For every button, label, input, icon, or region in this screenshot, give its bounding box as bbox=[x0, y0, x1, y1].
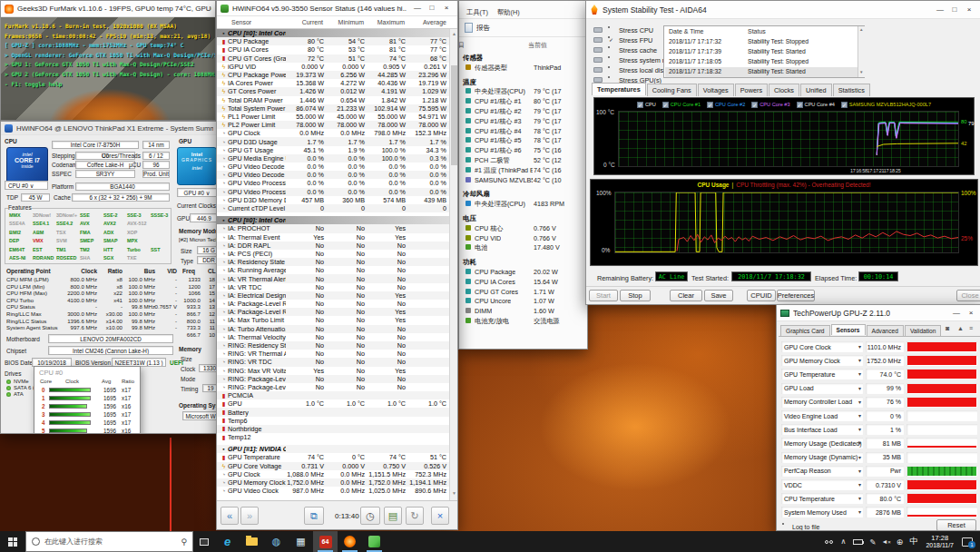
reset-button[interactable]: Reset bbox=[936, 519, 976, 531]
panel-item-name[interactable]: CPU #1/核心 #4 bbox=[475, 127, 522, 136]
stress-checkbox[interactable] bbox=[608, 56, 610, 58]
hwinfo-summary-titlebar[interactable]: HWiNFO64 @ LENOVO ThinkPad X1 Extreme - … bbox=[1, 122, 217, 135]
cpuid-button[interactable]: CPUID bbox=[747, 290, 776, 301]
sensor-row[interactable]: ◔RING: VR TDCNoNoNo bbox=[217, 358, 449, 366]
gpuz-titlebar[interactable]: TechPowerUp GPU-Z 2.11.0 — × bbox=[777, 305, 980, 321]
sensor-row[interactable]: ▮Northbridge bbox=[217, 425, 449, 433]
sensor-row[interactable]: ◔GPU Media Engine Us0.0 %0.0 %100.0 %0.3… bbox=[217, 154, 449, 163]
sensor-row[interactable]: ◔GPU D3D Usage1.7 %1.7 %1.7 %1.7 % bbox=[217, 137, 449, 145]
sensor-row[interactable]: ϟTotal System Power86.074 W21.233 W102.9… bbox=[217, 104, 449, 113]
sensor-row[interactable]: ◔GPU GT Usage45.1 %1.9 %100.0 %34.3 % bbox=[217, 146, 449, 154]
sensor-row[interactable]: ◔IA: Turbo Attenuatio...NoNoNo bbox=[217, 325, 449, 333]
sensor-row[interactable]: ▮Temp12 bbox=[217, 433, 449, 441]
legend-checkbox[interactable]: ✓ bbox=[797, 102, 803, 108]
panel-item-name[interactable]: CPU IA Cores bbox=[475, 278, 515, 286]
refresh-icon[interactable]: ↻ bbox=[406, 507, 424, 525]
log-header-date[interactable]: Date & Time bbox=[669, 28, 704, 34]
sensor-row[interactable]: ◔GPU Video Processin...0.0 %0.0 %0.0 %0.… bbox=[217, 179, 449, 187]
panel-item-name[interactable]: CPU 核心 bbox=[475, 224, 504, 233]
sensor-label-select[interactable]: Video Engine Load▾ bbox=[781, 410, 863, 421]
sensor-row[interactable]: ◔IA: Thermal EventYesNoYes bbox=[217, 233, 449, 242]
sensor-row[interactable]: ◔GPU Memory Clock1,752.0 MHz0.0 MHz1,752… bbox=[217, 478, 449, 487]
remote-monitoring-icon[interactable]: ⧉ bbox=[304, 507, 324, 525]
legend-checkbox[interactable]: ✓ bbox=[707, 102, 713, 108]
sensor-row[interactable]: ϟIA Cores Power15.368 W4.272 W40.436 W19… bbox=[217, 79, 449, 87]
sensor-row[interactable]: ◔GPU Clock1,088.0 MHz0.0 MHz1,151.5 MHz7… bbox=[217, 470, 449, 478]
search-box[interactable]: 在此键入进行搜索⚲ bbox=[25, 531, 193, 552]
sensor-scrollbar[interactable]: ▲▼ bbox=[449, 29, 458, 500]
log-row[interactable]: 2018/11/7 17:18:05Stability Test: Stoppe… bbox=[665, 57, 858, 67]
sensor-row[interactable]: ◔IA: Running Average ...NoNoNo bbox=[217, 266, 449, 274]
panel-item-name[interactable]: CPU VID bbox=[475, 234, 501, 242]
sensor-row[interactable]: ◔IA: Max Turbo LimitNoNoYes bbox=[217, 316, 449, 324]
panel-item-name[interactable]: CPU #1/核心 #1 bbox=[475, 97, 522, 106]
panel-item-name[interactable]: CPU Package bbox=[475, 268, 515, 276]
sensor-row[interactable]: ◔IA: DDR RAPLNoNoNo bbox=[217, 242, 449, 250]
log-row[interactable]: 2018/11/7 17:18:32Stability Test: Starte… bbox=[665, 67, 858, 77]
maximize-icon[interactable]: □ bbox=[947, 4, 962, 16]
column-header-item[interactable]: 项目 bbox=[458, 41, 465, 50]
column-header-sensor[interactable]: Sensor bbox=[231, 19, 251, 25]
taskbar-app-store-app[interactable]: ▦ bbox=[289, 531, 313, 552]
hidden-icons-chevron-icon[interactable]: ∧ bbox=[840, 537, 846, 546]
column-header[interactable]: Minimum bbox=[338, 19, 364, 25]
legend-checkbox[interactable]: ✓ bbox=[751, 102, 758, 108]
sensor-row[interactable]: ▮Temp6 bbox=[217, 417, 449, 425]
stress-checkbox[interactable] bbox=[608, 46, 610, 48]
sensor-row[interactable]: ϟGPU Core Voltage0.731 V0.000 V0.750 V0.… bbox=[217, 462, 449, 470]
sensor-label-select[interactable]: Bus Interface Load▾ bbox=[781, 424, 863, 435]
tab-voltages[interactable]: Voltages bbox=[698, 84, 734, 96]
people-icon[interactable] bbox=[825, 540, 833, 544]
log-to-file-checkbox[interactable] bbox=[782, 523, 784, 525]
cpu-select[interactable]: CPU #0 ∨ bbox=[5, 181, 48, 190]
close-icon[interactable]: × bbox=[962, 4, 976, 16]
column-header[interactable]: Average bbox=[423, 19, 446, 25]
legend-checkbox[interactable]: ✓ bbox=[841, 102, 848, 108]
tab-sensors[interactable]: Sensors bbox=[831, 324, 866, 335]
minimize-icon[interactable]: — bbox=[949, 307, 964, 320]
sensor-row[interactable]: ◔GPU Video Decode 1 ...0.0 %0.0 %0.0 %0.… bbox=[217, 171, 449, 179]
legend-item[interactable]: ✓CPU Core #3 bbox=[751, 100, 789, 109]
sensor-label-select[interactable]: GPU Memory Clock▾ bbox=[781, 355, 863, 366]
sensor-row[interactable]: ◔IA: VR TDCNoNoNo bbox=[217, 283, 449, 291]
sensor-row[interactable]: ϟCPU Package Power19.373 W6.256 W44.285 … bbox=[217, 71, 449, 79]
tab-graphics-card[interactable]: Graphics Card bbox=[780, 325, 830, 336]
tab-unified[interactable]: Unified bbox=[800, 84, 832, 96]
taskbar-clock[interactable]: 17:282018/11/7 bbox=[926, 535, 954, 549]
sensor-label-select[interactable]: GPU Temperature▾ bbox=[781, 369, 863, 380]
dropdown-arrow-icon[interactable]: ▾ bbox=[858, 508, 861, 515]
log-row[interactable]: 2018/11/7 17:17:32Stability Test: Stoppe… bbox=[665, 37, 858, 47]
column-header[interactable]: Maximum bbox=[377, 19, 405, 25]
sensor-row[interactable]: ◔RING: Package-Level ...NoNoNo bbox=[217, 375, 449, 383]
screenshot-icon[interactable]: ◙ bbox=[946, 325, 949, 331]
panel-item-name[interactable]: DIMM bbox=[475, 307, 492, 315]
log-header-status[interactable]: Status bbox=[748, 28, 766, 34]
menu-icon[interactable]: ≡ bbox=[969, 325, 973, 331]
tab-cooling-fans[interactable]: Cooling Fans bbox=[647, 84, 697, 96]
sensor-row[interactable]: ◔IA: Residency State R...NoNoNo bbox=[217, 258, 449, 266]
legend-checkbox[interactable]: ✓ bbox=[662, 102, 669, 108]
battery-icon[interactable] bbox=[853, 539, 863, 545]
panel-item-name[interactable]: 传感器类型 bbox=[475, 64, 507, 73]
sensor-row[interactable]: ϟiGPU VID0.000 V0.000 V0.905 V0.261 V bbox=[217, 63, 449, 71]
legend-item[interactable]: ✓CPU Core #4 bbox=[797, 100, 835, 109]
preferences-button[interactable]: Preferences bbox=[777, 290, 815, 301]
scroll-up-icon[interactable]: ▲ bbox=[859, 27, 863, 32]
sensor-label-select[interactable]: Memory Controller Load▾ bbox=[781, 397, 863, 408]
hwinfo-sensors-titlebar[interactable]: HWiNFO64 v5.90-3550 Sensor Status (146 v… bbox=[217, 1, 457, 16]
minimize-icon[interactable]: — bbox=[410, 2, 425, 15]
dropdown-arrow-icon[interactable]: ▾ bbox=[858, 385, 861, 391]
scroll-down-icon[interactable]: ▼ bbox=[859, 70, 863, 74]
sensor-row[interactable]: ◔GPU Video Decode 0 ...0.0 %0.0 %0.0 %0.… bbox=[217, 163, 449, 171]
task-view-button[interactable] bbox=[193, 531, 215, 552]
history-back-icon[interactable]: « bbox=[220, 507, 239, 525]
sensor-section-header[interactable]: ▪CPU [#0]: Intel Core ... bbox=[217, 216, 449, 224]
speaker-muted-icon[interactable]: ◄× bbox=[881, 538, 890, 545]
microphone-icon[interactable]: ⚲ bbox=[181, 537, 187, 547]
sensor-label-select[interactable]: PerfCap Reason▾ bbox=[781, 466, 863, 477]
sensor-label-select[interactable]: GPU Load▾ bbox=[781, 383, 863, 394]
sensor-row[interactable]: ▮PCMCIA bbox=[217, 391, 449, 399]
update-icon[interactable]: ▲ bbox=[957, 325, 964, 331]
sensor-section-header[interactable]: ▪GPU [#1]: NVIDIA G... bbox=[217, 445, 449, 453]
legend-item[interactable]: ✓CPU bbox=[637, 100, 656, 109]
